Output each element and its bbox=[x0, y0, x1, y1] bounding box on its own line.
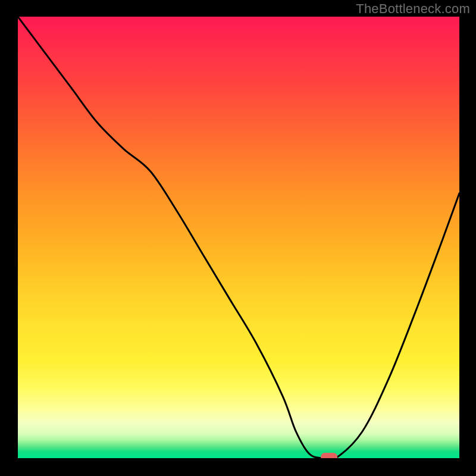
watermark-label: TheBottleneck.com bbox=[356, 1, 470, 17]
minimum-marker bbox=[321, 453, 337, 458]
plot-area bbox=[18, 17, 459, 458]
chart-frame: TheBottleneck.com bbox=[0, 0, 476, 476]
bottleneck-curve bbox=[18, 17, 459, 458]
